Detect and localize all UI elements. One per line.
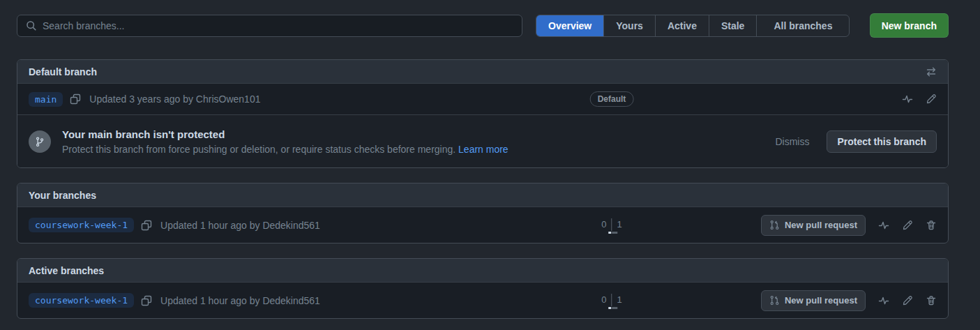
branch-link[interactable]: main	[29, 92, 63, 107]
rename-branch-pencil-icon[interactable]	[902, 220, 913, 231]
new-branch-button[interactable]: New branch	[870, 13, 949, 38]
active-branches-header: Active branches	[17, 259, 948, 283]
notice-text: Your main branch isn't protected Protect…	[62, 128, 508, 155]
tab-active[interactable]: Active	[655, 15, 709, 36]
tab-all-branches[interactable]: All branches	[756, 15, 849, 36]
section-title: Active branches	[29, 265, 104, 276]
ahead-count: 1	[612, 294, 627, 306]
tab-stale[interactable]: Stale	[709, 15, 756, 36]
your-branches-section: Your branches coursework-week-1 Updated …	[17, 183, 949, 243]
rename-branch-pencil-icon[interactable]	[926, 93, 937, 105]
ahead-meter	[612, 232, 618, 234]
section-title: Default branch	[29, 66, 97, 77]
active-branches-section: Active branches coursework-week-1 Update…	[17, 258, 949, 319]
branch-updated-text: Updated 3 years ago by ChrisOwen101	[89, 93, 260, 105]
notice-description-text: Protect this branch from force pushing o…	[62, 144, 455, 155]
behind-meter	[609, 307, 612, 309]
your-branches-header: Your branches	[17, 183, 948, 207]
tab-yours[interactable]: Yours	[603, 15, 655, 36]
default-branch-header: Default branch	[17, 60, 948, 84]
copy-branch-name-icon[interactable]	[141, 295, 152, 306]
search-icon	[26, 20, 37, 31]
notice-description: Protect this branch from force pushing o…	[62, 144, 508, 155]
search-branches-box[interactable]	[17, 15, 522, 37]
branch-protection-notice: Your main branch isn't protected Protect…	[17, 114, 948, 167]
row-actions: New pull request	[761, 290, 937, 311]
git-branch-icon	[29, 130, 51, 153]
default-badge: Default	[590, 91, 634, 107]
behind-meter	[609, 232, 612, 234]
behind-count: 0	[596, 218, 612, 231]
ahead-count: 1	[612, 218, 627, 231]
behind-count: 0	[596, 294, 612, 306]
branch-row-coursework: coursework-week-1 Updated 1 hour ago by …	[17, 207, 948, 243]
branch-updated-text: Updated 1 hour ago by Dedekind561	[160, 220, 320, 231]
new-pull-request-label: New pull request	[785, 220, 857, 230]
branch-updated-text: Updated 1 hour ago by Dedekind561	[160, 295, 320, 306]
learn-more-link[interactable]: Learn more	[458, 144, 508, 155]
new-pull-request-button[interactable]: New pull request	[761, 215, 866, 236]
git-pull-request-icon	[769, 220, 780, 230]
branch-link[interactable]: coursework-week-1	[29, 293, 134, 308]
activity-icon[interactable]	[902, 93, 913, 105]
branch-link[interactable]: coursework-week-1	[29, 218, 134, 232]
section-title: Your branches	[29, 190, 96, 201]
new-pull-request-label: New pull request	[785, 295, 857, 306]
copy-branch-name-icon[interactable]	[70, 93, 81, 105]
ahead-behind-counts[interactable]: 0 1	[596, 218, 626, 231]
delete-branch-trash-icon[interactable]	[926, 295, 937, 306]
git-pull-request-icon	[769, 295, 780, 306]
dismiss-button[interactable]: Dismiss	[775, 136, 809, 147]
delete-branch-trash-icon[interactable]	[926, 220, 937, 231]
row-actions: New pull request	[761, 215, 937, 236]
copy-branch-name-icon[interactable]	[141, 220, 152, 231]
search-branches-input[interactable]	[43, 20, 513, 31]
row-actions	[902, 93, 937, 105]
new-pull-request-button[interactable]: New pull request	[761, 290, 866, 311]
branch-filter-tabs: Overview Yours Active Stale All branches	[536, 15, 850, 37]
rename-branch-pencil-icon[interactable]	[902, 295, 913, 306]
branch-row-main: main Updated 3 years ago by ChrisOwen101…	[17, 84, 948, 114]
tab-overview[interactable]: Overview	[536, 15, 603, 36]
activity-icon[interactable]	[878, 220, 889, 231]
activity-icon[interactable]	[878, 295, 889, 306]
notice-title: Your main branch isn't protected	[62, 128, 508, 140]
default-branch-section: Default branch main Updated 3 years ago …	[17, 59, 949, 168]
ahead-behind-counts[interactable]: 0 1	[596, 294, 626, 306]
compare-branches-icon[interactable]	[926, 66, 937, 77]
protect-branch-button[interactable]: Protect this branch	[827, 130, 937, 153]
branches-toolbar: Overview Yours Active Stale All branches…	[0, 0, 980, 38]
ahead-meter	[612, 307, 618, 309]
branch-row-coursework: coursework-week-1 Updated 1 hour ago by …	[17, 283, 948, 318]
